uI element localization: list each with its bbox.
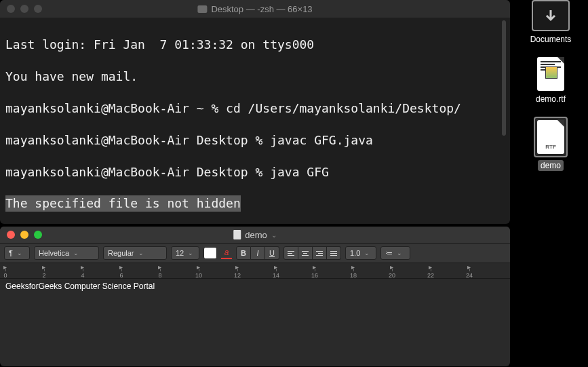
document-content: GeeksforGeeks Computer Science Portal bbox=[5, 282, 155, 291]
terminal-title: Desktop — -zsh — 66×13 bbox=[197, 4, 312, 14]
italic-button[interactable]: I bbox=[251, 246, 265, 260]
desktop-icons: Documents demo.rtf RTF demo bbox=[517, 0, 585, 171]
textedit-body[interactable]: GeeksforGeeks Computer Science Portal bbox=[0, 279, 510, 294]
align-center-button[interactable] bbox=[298, 246, 313, 260]
terminal-window: Desktop — -zsh — 66×13 Last login: Fri J… bbox=[0, 0, 510, 224]
align-left-button[interactable] bbox=[283, 246, 298, 260]
minimize-icon[interactable] bbox=[20, 5, 28, 13]
font-size-select[interactable]: 12 bbox=[171, 246, 199, 260]
zoom-icon[interactable] bbox=[34, 5, 42, 13]
list-icon: ≔ bbox=[385, 249, 393, 258]
desktop-item-label: demo bbox=[538, 160, 564, 171]
minimize-icon[interactable] bbox=[20, 231, 28, 239]
paragraph-style-select[interactable]: ¶ bbox=[4, 246, 30, 260]
document-icon bbox=[233, 230, 241, 239]
textedit-title[interactable]: demo ⌄ bbox=[233, 230, 277, 240]
terminal-line: Last login: Fri Jan 7 01:33:32 on ttys00… bbox=[5, 37, 505, 52]
bold-button[interactable]: B bbox=[236, 246, 251, 260]
list-style-select[interactable]: ≔ bbox=[380, 246, 410, 260]
terminal-titlebar: Desktop — -zsh — 66×13 bbox=[0, 0, 510, 18]
terminal-output-highlight: The specified file is not hidden bbox=[5, 195, 241, 211]
textedit-toolbar: ¶ Helvetica Regular 12 a B I U 1.0 bbox=[0, 243, 510, 263]
align-group bbox=[283, 246, 341, 260]
desktop-item-label: demo.rtf bbox=[533, 94, 568, 104]
terminal-line: mayanksolanki@MacBook-Air Desktop % java… bbox=[5, 164, 505, 180]
format-group: B I U bbox=[236, 246, 279, 260]
folder-icon bbox=[197, 5, 207, 13]
folder-download-icon bbox=[532, 0, 570, 31]
desktop-item-label: Documents bbox=[528, 34, 574, 45]
font-family-select[interactable]: Helvetica bbox=[34, 246, 99, 260]
textedit-titlebar: demo ⌄ bbox=[0, 227, 510, 243]
font-style-select[interactable]: Regular bbox=[103, 246, 167, 260]
terminal-body[interactable]: Last login: Fri Jan 7 01:33:32 on ttys00… bbox=[0, 18, 510, 224]
align-right-button[interactable] bbox=[313, 246, 327, 260]
terminal-line: mayanksolanki@MacBook-Air ~ % cd /Users/… bbox=[5, 100, 505, 116]
desktop-item-demo[interactable]: RTF demo bbox=[534, 117, 568, 171]
desktop-item-demo-rtf[interactable]: demo.rtf bbox=[533, 57, 568, 104]
align-justify-button[interactable] bbox=[327, 246, 341, 260]
rtf-file-icon bbox=[537, 57, 564, 91]
terminal-line: mayanksolanki@MacBook-Air Desktop % java… bbox=[5, 132, 505, 148]
close-icon[interactable] bbox=[7, 231, 15, 239]
close-icon[interactable] bbox=[7, 5, 15, 13]
scrollbar[interactable] bbox=[502, 20, 506, 136]
text-color-button[interactable]: a bbox=[221, 247, 232, 259]
desktop-item-documents[interactable]: Documents bbox=[528, 0, 574, 45]
rtf-file-icon: RTF bbox=[537, 120, 564, 154]
textedit-window: demo ⌄ ¶ Helvetica Regular 12 a B I U bbox=[0, 227, 510, 366]
terminal-line: You have new mail. bbox=[5, 69, 505, 84]
line-spacing-select[interactable]: 1.0 bbox=[345, 246, 376, 260]
ruler[interactable]: ▸0▸2▸4▸6▸8▸10▸12▸14▸16▸18▸20▸22▸24 bbox=[0, 263, 510, 279]
background-color-button[interactable] bbox=[203, 247, 217, 259]
textedit-title-text: demo bbox=[245, 230, 267, 240]
zoom-icon[interactable] bbox=[34, 231, 42, 239]
chevron-down-icon: ⌄ bbox=[271, 231, 277, 239]
terminal-title-text: Desktop — -zsh — 66×13 bbox=[211, 4, 312, 14]
underline-button[interactable]: U bbox=[265, 246, 279, 260]
